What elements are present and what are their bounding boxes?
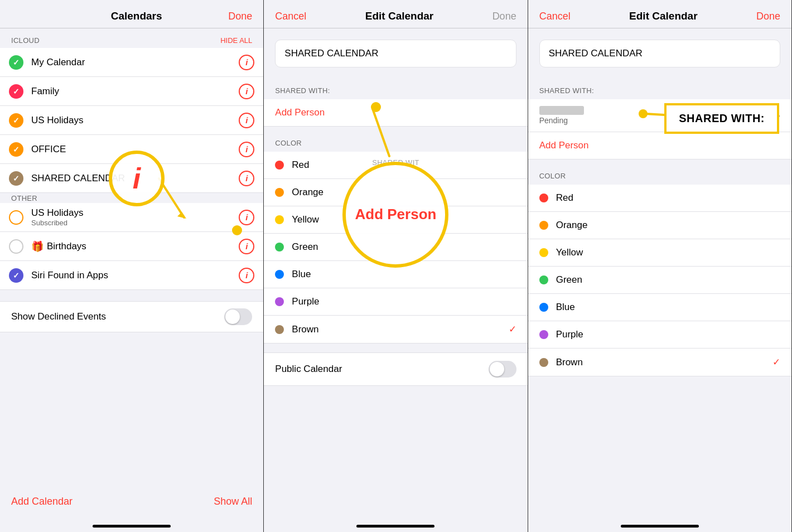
office-check: ✓ — [9, 142, 23, 157]
us-holidays-other-name: US Holidays — [31, 207, 239, 219]
purple-dot-3 — [539, 330, 548, 339]
siri-name: Siri Found in Apps — [31, 270, 239, 281]
calendar-row-us-holidays-other[interactable]: US Holidays Subscribed i — [0, 203, 263, 232]
color-green-3[interactable]: Green — [528, 267, 791, 294]
red-dot-3 — [539, 194, 548, 202]
color-brown-3[interactable]: Brown ✓ — [528, 349, 791, 376]
calendars-title: Calendars — [111, 10, 162, 22]
edit-content-3: SHARED CALENDAR SHARED WITH: Pending Vie… — [528, 28, 791, 515]
family-check: ✓ — [9, 84, 23, 99]
yellow-dot-3 — [539, 248, 548, 257]
show-declined-toggle[interactable] — [224, 308, 252, 325]
yellow-dot-shared-with-3 — [639, 109, 648, 118]
add-person-row-2[interactable]: Add Person — [264, 99, 527, 127]
calendar-row-siri[interactable]: ✓ Siri Found in Apps i — [0, 261, 263, 290]
shared-with-label-2: SHARED WITH: — [264, 79, 527, 99]
color-label-3: COLOR — [528, 164, 791, 185]
color-yellow-3[interactable]: Yellow — [528, 239, 791, 267]
green-dot-3 — [539, 275, 548, 284]
calendars-header: Calendars Done — [0, 0, 263, 28]
color-purple-name: Purple — [292, 296, 516, 307]
home-bar-1 — [93, 525, 171, 528]
cancel-button-2[interactable]: Cancel — [275, 11, 306, 22]
edit-scroll-2[interactable]: SHARED CALENDAR SHARED WITH: Add Person … — [264, 28, 527, 515]
calendar-row-us-holidays-icloud[interactable]: ✓ US Holidays i — [0, 106, 263, 135]
show-all-button[interactable]: Show All — [214, 496, 252, 507]
orange-dot-3 — [539, 221, 548, 230]
done-button-3[interactable]: Done — [756, 11, 780, 22]
calendar-row-my-calendar[interactable]: ✓ My Calendar i — [0, 48, 263, 77]
birthdays-info-button[interactable]: i — [239, 239, 254, 254]
toggle-knob — [225, 309, 240, 324]
color-purple-3[interactable]: Purple — [528, 321, 791, 349]
my-calendar-name: My Calendar — [31, 57, 239, 68]
calendars-content: ICLOUD HIDE ALL ✓ My Calendar i ✓ Family… — [0, 28, 263, 488]
my-calendar-info-button[interactable]: i — [239, 55, 254, 70]
us-holidays-check: ✓ — [9, 113, 23, 128]
home-bar-2 — [356, 525, 434, 528]
calendars-bottom-bar: Add Calendar Show All — [0, 488, 263, 515]
add-person-button-3[interactable]: Add Person — [539, 140, 589, 151]
add-person-button-2[interactable]: Add Person — [275, 107, 325, 118]
calendars-done-button[interactable]: Done — [228, 11, 252, 22]
color-brown-name-3: Brown — [556, 357, 772, 368]
home-indicator-1 — [0, 515, 263, 532]
orange-dot — [275, 188, 284, 197]
office-info-button[interactable]: i — [239, 142, 254, 157]
brown-dot — [275, 325, 284, 334]
add-calendar-button[interactable]: Add Calendar — [11, 496, 73, 507]
edit-header-2: Cancel Edit Calendar Done — [264, 0, 527, 28]
hide-all-button[interactable]: HIDE ALL — [220, 36, 252, 45]
add-person-row-3[interactable]: Add Person — [528, 132, 791, 159]
siri-info-button[interactable]: i — [239, 268, 254, 283]
us-holidays-name: US Holidays — [31, 115, 239, 126]
color-red-name-3: Red — [556, 192, 780, 204]
brown-dot-3 — [539, 358, 548, 367]
pending-name-bar — [539, 106, 584, 115]
color-purple-2[interactable]: Purple — [264, 288, 527, 316]
public-calendar-label-2: Public Calendar — [275, 364, 342, 375]
us-holidays-other-info-button[interactable]: i — [239, 210, 254, 225]
shared-with-highlight-box: SHARED WITH: — [664, 103, 779, 134]
brown-selected-check-3: ✓ — [772, 356, 780, 368]
color-blue-name-3: Blue — [556, 302, 780, 313]
shared-calendar-check: ✓ — [9, 171, 23, 186]
red-dot — [275, 161, 284, 170]
family-info-button[interactable]: i — [239, 84, 254, 99]
calendars-panel: Calendars Done ICLOUD HIDE ALL ✓ My Cale… — [0, 0, 264, 532]
public-calendar-toggle[interactable] — [489, 361, 516, 378]
shared-with-box-label: SHARED WITH: — [679, 112, 765, 124]
public-calendar-row-2: Public Calendar — [264, 352, 527, 386]
blue-dot — [275, 270, 284, 279]
color-brown-2[interactable]: Brown ✓ — [264, 316, 527, 344]
purple-dot — [275, 297, 284, 306]
birthdays-check — [9, 239, 23, 254]
color-orange-name-3: Orange — [556, 220, 780, 231]
edit-calendar-panel-2: Cancel Edit Calendar Done SHARED CALENDA… — [264, 0, 528, 532]
show-declined-row: Show Declined Events — [0, 301, 263, 332]
brown-selected-check: ✓ — [509, 323, 516, 335]
calendar-row-birthdays[interactable]: 🎁 Birthdays i — [0, 232, 263, 261]
calendar-name-3: SHARED CALENDAR — [549, 48, 643, 59]
shared-calendar-info-button[interactable]: i — [239, 171, 254, 186]
color-brown-name: Brown — [292, 324, 508, 335]
us-holidays-info-button[interactable]: i — [239, 113, 254, 128]
calendar-name-2: SHARED CALENDAR — [284, 48, 378, 59]
color-purple-name-3: Purple — [556, 329, 780, 340]
color-blue-3[interactable]: Blue — [528, 294, 791, 321]
calendar-row-family[interactable]: ✓ Family i — [0, 77, 263, 106]
done-button-2[interactable]: Done — [492, 11, 516, 22]
add-person-callout-text: Add Person — [355, 205, 437, 224]
shared-with-label-3: SHARED WITH: — [528, 79, 791, 99]
edit-scroll-3[interactable]: SHARED CALENDAR SHARED WITH: Pending Vie… — [528, 28, 791, 515]
calendars-scroll[interactable]: ICLOUD HIDE ALL ✓ My Calendar i ✓ Family… — [0, 28, 263, 488]
home-indicator-3 — [528, 515, 791, 532]
cancel-button-3[interactable]: Cancel — [539, 11, 571, 22]
color-orange-3[interactable]: Orange — [528, 212, 791, 239]
us-holidays-other-check — [9, 210, 23, 225]
color-blue-name: Blue — [292, 269, 516, 280]
home-indicator-2 — [264, 515, 527, 532]
my-calendar-check: ✓ — [9, 55, 23, 70]
color-red-3[interactable]: Red — [528, 185, 791, 212]
edit-title-3: Edit Calendar — [629, 10, 697, 22]
